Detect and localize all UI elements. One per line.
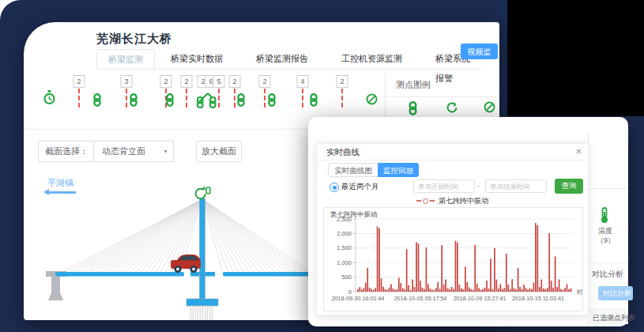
right-side-panel: 温度 （9） 对比分析 对比分析 已选测点列表 [588, 131, 628, 326]
sensor-count-badge: 2 [73, 75, 85, 88]
ban-icon [484, 101, 495, 116]
chain-link-icon[interactable] [92, 93, 102, 110]
svg-text:1,000: 1,000 [337, 259, 352, 266]
crack-gauge-marker [186, 89, 187, 108]
crack-gauge-marker [302, 89, 303, 108]
realtime-curve-window: 温度 （9） 对比分析 对比分析 已选测点列表 实时曲线 × 实时曲线图 监控回… [308, 117, 628, 326]
query-end-time-input[interactable] [485, 179, 547, 193]
svg-text:2018-09-30 16:01:44: 2018-09-30 16:01:44 [332, 295, 385, 302]
rotation-sensor-icon [196, 186, 210, 198]
compare-analysis-button[interactable]: 对比分析 [598, 286, 633, 300]
tab-monitor-playback[interactable]: 监控回放 [378, 163, 419, 177]
bridge-elevation-drawing [24, 166, 348, 320]
section-select-label: 截面选择： [39, 145, 93, 157]
selected-points-list-header: 已选测点列表 [589, 308, 628, 324]
screenshot-stage: 芜湖长江大桥 桥梁监测桥梁实时数据桥梁监测报告工控机资源监测桥梁系统报警 视频监… [0, 0, 644, 332]
video-monitor-button[interactable]: 视频监控 [461, 43, 498, 59]
point-legend-title: 测点图例 [396, 79, 431, 91]
sensor-count-badge: 2 [229, 75, 241, 88]
sensor-count-badge: 2 [259, 75, 271, 88]
divider [589, 262, 628, 263]
dialog-header: 实时曲线 × [317, 144, 588, 160]
ban-icon [366, 93, 378, 108]
main-tab-1[interactable]: 桥梁实时数据 [160, 49, 234, 69]
sensor-count-badge: 2 [181, 75, 193, 88]
sensor-count-badge: 5 [213, 75, 225, 88]
sensor-count-badge: 2 [337, 75, 348, 88]
svg-text:2018-10-15 11:03:41: 2018-10-15 11:03:41 [512, 295, 564, 302]
thermometer-icon [600, 207, 609, 224]
crack-gauge-marker [126, 89, 127, 108]
vibration-chart: 第七跨跨中振动 05001,0001,5002,0002,5002018-09-… [323, 207, 583, 311]
stopwatch-icon[interactable] [43, 90, 56, 108]
divider [589, 188, 628, 189]
svg-text:2,000: 2,000 [337, 230, 352, 237]
last-two-months-radio[interactable] [330, 183, 339, 192]
crack-gauge-marker [264, 89, 266, 108]
dialog-title: 实时曲线 [326, 147, 360, 158]
svg-text:1,500: 1,500 [337, 244, 352, 251]
page-title: 芜湖长江大桥 [96, 32, 172, 47]
bridge-piles [190, 306, 213, 319]
last-two-months-label: 最近两个月 [341, 182, 379, 192]
rotation-icon [446, 101, 458, 117]
close-icon[interactable]: × [575, 145, 582, 158]
section-select-value: 动态背立面 [102, 145, 145, 157]
chain-link-icon[interactable] [129, 93, 138, 110]
black-screen-region [507, 0, 644, 116]
legend-ring-icon [423, 198, 428, 204]
main-tab-2[interactable]: 桥梁监测报告 [245, 49, 319, 69]
chart-title: 第七跨跨中振动 [330, 210, 378, 220]
main-tabbar: 桥梁监测桥梁实时数据桥梁监测报告工控机资源监测桥梁系统报警 [96, 49, 482, 70]
svg-text:时间: 时间 [577, 289, 582, 296]
sensor-count-badge: 4 [297, 75, 309, 88]
chain-link-icon[interactable] [165, 93, 175, 110]
bridge-deck [55, 272, 314, 277]
compare-analysis-header: 对比分析 [592, 269, 623, 280]
query-start-time-input[interactable] [413, 179, 475, 193]
sensor-count-badge: 2 [160, 75, 172, 88]
car [171, 255, 201, 273]
legend-line-icon [416, 200, 421, 202]
sensor-count-badge: 3 [121, 75, 133, 88]
crack-gauge-marker [78, 89, 80, 108]
main-tab-0[interactable]: 桥梁监测 [96, 49, 155, 69]
section-select-box: 截面选择： 动态背立面 ▼ [38, 141, 174, 162]
divider [386, 96, 499, 97]
chevron-down-icon: ▼ [163, 149, 168, 154]
expansion-joint-icon[interactable] [195, 92, 219, 112]
temperature-count: （9） [597, 236, 615, 246]
enlarge-section-button[interactable]: 放大截面 [196, 141, 242, 162]
chart-plot: 05001,0001,5002,0002,5002018-09-30 16:01… [324, 208, 582, 311]
chart-legend[interactable]: 第七跨跨中振动 [317, 196, 588, 206]
legend-label: 第七跨跨中振动 [439, 196, 488, 206]
chain-link-icon[interactable] [309, 93, 318, 110]
svg-text:500: 500 [341, 274, 352, 281]
main-tab-3[interactable]: 工控机资源监测 [330, 49, 413, 69]
crack-gauge-marker [234, 89, 235, 108]
chain-link-icon[interactable] [267, 93, 277, 110]
tab-realtime-curve[interactable]: 实时曲线图 [328, 163, 378, 177]
range-separator: - [477, 182, 480, 190]
query-button[interactable]: 查询 [555, 179, 583, 194]
legend-line-icon [430, 200, 435, 202]
crack-gauge-marker [341, 89, 343, 108]
chain-link-icon [408, 101, 418, 119]
section-select[interactable]: 动态背立面 ▼ [93, 141, 173, 161]
svg-text:2018-10-05 05:17:54: 2018-10-05 05:17:54 [394, 295, 447, 302]
realtime-curve-dialog: 实时曲线 × 实时曲线图 监控回放 最近两个月 - 查询 第七跨跨中振动 第七跨… [316, 143, 589, 315]
chain-link-icon[interactable] [236, 93, 246, 110]
svg-text:2018-10-09 15:27:41: 2018-10-09 15:27:41 [454, 295, 507, 302]
